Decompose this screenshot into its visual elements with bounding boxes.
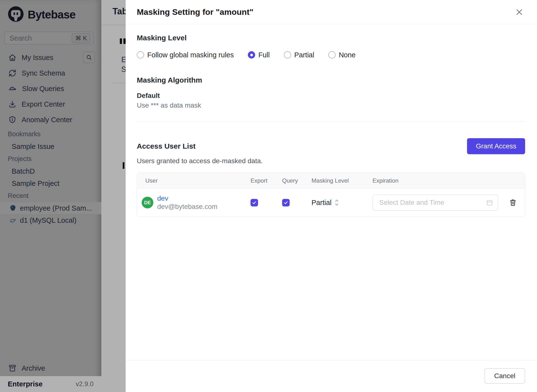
subscription-bar[interactable]: Enterprise v2.9.0 <box>0 376 101 392</box>
modal-footer: Cancel <box>126 360 537 392</box>
expiration-input[interactable] <box>379 198 486 207</box>
section-label-bookmarks: Bookmarks <box>0 128 101 140</box>
modal-header: Masking Setting for "amount" <box>126 0 537 24</box>
sidebar-item-label: d1 (MySQL Local) <box>20 216 77 224</box>
logo[interactable]: Bytebase <box>0 0 101 23</box>
algorithm-description: Use *** as data mask <box>137 102 525 109</box>
column-header-user: User <box>137 177 251 184</box>
query-checkbox[interactable] <box>282 199 290 206</box>
radio-label: Partial <box>294 51 314 59</box>
modal-title: Masking Setting for "amount" <box>137 7 253 17</box>
download-icon <box>9 100 16 108</box>
mysql-icon <box>9 217 17 224</box>
access-user-list-header: Access User List Grant Access <box>137 138 525 154</box>
divider <box>101 25 126 25</box>
sync-icon <box>9 69 16 77</box>
radio-circle[interactable] <box>137 51 144 59</box>
archive-row: Archive <box>0 360 101 376</box>
sidebar-item-sample-project[interactable]: Sample Project <box>0 177 101 189</box>
background-letter-fragment: S <box>121 65 126 74</box>
search-shortcut-chip: ⌘ K <box>72 33 90 43</box>
background-text-fragment <box>123 162 124 169</box>
radio-circle[interactable] <box>328 51 336 59</box>
radio-circle[interactable] <box>284 51 291 59</box>
plan-name: Enterprise <box>8 380 43 388</box>
export-cell <box>251 199 282 206</box>
sidebar-item-archive[interactable]: Archive <box>0 360 101 376</box>
check-icon <box>284 200 288 205</box>
modal-body: Masking Level Follow global masking rule… <box>126 34 537 217</box>
delete-access-button[interactable] <box>508 197 518 208</box>
app-version: v2.9.0 <box>76 380 94 388</box>
table-row: DE dev dev@bytebase.com <box>137 188 525 217</box>
radio-none[interactable]: None <box>328 51 355 59</box>
radio-label: Full <box>258 51 270 59</box>
sidebar-item-label: employee (Prod Sam... <box>20 204 92 212</box>
expiration-datepicker[interactable] <box>372 195 498 211</box>
background-tab-title-fragment: Tab <box>113 6 126 17</box>
sidebar-item-anomaly-center[interactable]: Anomaly Center <box>0 112 101 128</box>
logo-text: Bytebase <box>28 8 76 21</box>
divider <box>113 83 126 83</box>
check-icon <box>252 200 257 205</box>
home-icon <box>9 54 16 61</box>
column-header-export: Export <box>251 177 282 184</box>
radio-full[interactable]: Full <box>248 51 270 59</box>
sidebar-search[interactable]: ⌘ K <box>4 32 93 45</box>
issue-search-button[interactable] <box>83 51 95 63</box>
postgresql-icon <box>9 205 17 212</box>
sidebar-item-export-center[interactable]: Export Center <box>0 96 101 112</box>
user-name-link[interactable]: dev <box>157 194 217 203</box>
sidebar-item-label: Archive <box>22 364 45 372</box>
masking-level-heading: Masking Level <box>137 34 525 42</box>
cancel-button[interactable]: Cancel <box>485 368 525 384</box>
sidebar-item-label: Slow Queries <box>22 85 64 93</box>
avatar: DE <box>142 197 153 208</box>
export-checkbox[interactable] <box>251 199 258 206</box>
sidebar-item-sync-schema[interactable]: Sync Schema <box>0 65 101 81</box>
sidebar-item-label: Anomaly Center <box>22 116 72 124</box>
trash-icon <box>509 198 517 207</box>
masking-setting-modal: Masking Setting for "amount" Masking Lev… <box>126 0 537 392</box>
sidebar-item-label: Sync Schema <box>22 69 65 77</box>
grant-access-button[interactable]: Grant Access <box>467 138 525 154</box>
search-input[interactable] <box>9 34 72 43</box>
radio-label: Follow global masking rules <box>147 51 234 59</box>
app-root: Bytebase ⌘ K My Issues Sync Schema <box>0 0 537 392</box>
masking-level-value: Partial <box>312 199 331 207</box>
algorithm-name: Default <box>137 92 525 100</box>
close-icon <box>516 9 523 16</box>
sidebar-item-employee-db[interactable]: employee (Prod Sam... <box>0 202 101 214</box>
sidebar-item-slow-queries[interactable]: Slow Queries <box>0 81 101 96</box>
sidebar-item-batchd[interactable]: BatchD <box>0 165 101 177</box>
sidebar-item-label: My Issues <box>22 54 53 62</box>
column-header-query: Query <box>282 177 312 184</box>
shield-icon <box>9 116 16 124</box>
column-bars-fragment <box>120 38 126 44</box>
background-letter-fragment: E <box>121 55 126 64</box>
background-page-strip: Tab E S <box>101 0 126 392</box>
calendar-icon <box>486 199 493 206</box>
masking-level-cell: Partial <box>312 199 372 207</box>
search-icon <box>86 54 92 60</box>
close-button[interactable] <box>514 7 524 17</box>
user-cell: DE dev dev@bytebase.com <box>137 194 251 211</box>
sidebar: Bytebase ⌘ K My Issues Sync Schema <box>0 0 101 392</box>
radio-circle-selected[interactable] <box>248 51 255 59</box>
sidebar-item-label: Export Center <box>22 100 65 108</box>
column-header-masking-level: Masking Level <box>312 177 372 184</box>
query-cell <box>282 199 312 206</box>
access-user-table: User Export Query Masking Level Expirati… <box>137 173 525 217</box>
radio-partial[interactable]: Partial <box>284 51 314 59</box>
expiration-cell <box>372 195 525 211</box>
masking-level-select[interactable]: Partial <box>312 199 372 207</box>
radio-follow-global-rules[interactable]: Follow global masking rules <box>137 51 234 59</box>
sidebar-item-sample-issue[interactable]: Sample Issue <box>0 140 101 153</box>
sidebar-item-d1-db[interactable]: d1 (MySQL Local) <box>0 214 101 226</box>
archive-icon <box>9 364 16 372</box>
masking-algorithm-heading: Masking Algorithm <box>137 76 525 85</box>
column-header-expiration: Expiration <box>372 177 525 184</box>
bytebase-logo-icon <box>7 6 24 23</box>
turtle-icon <box>9 85 17 93</box>
masking-level-radio-group: Follow global masking rules Full Partial… <box>137 50 525 60</box>
